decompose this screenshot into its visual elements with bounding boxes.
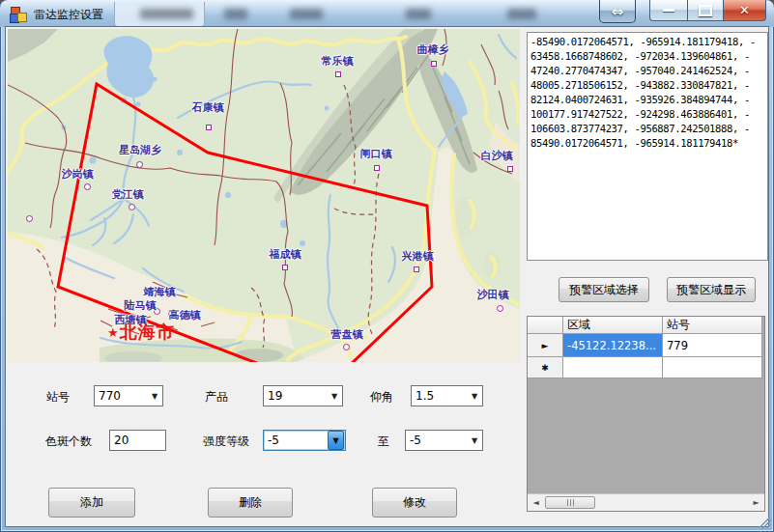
warning-area-grid[interactable]: 区域 站号 ►-45122.12238...779✱ ◄ ► xyxy=(527,316,765,512)
grid-horizontal-scrollbar[interactable]: ◄ ► xyxy=(528,493,764,511)
close-button[interactable]: ✕ xyxy=(723,0,766,21)
station-label: 站号 xyxy=(46,389,70,406)
town-marker-icon xyxy=(374,165,380,171)
swap-window-button[interactable]: ⇔ xyxy=(599,0,636,23)
add-button[interactable]: 添加 xyxy=(48,488,135,518)
resize-grip[interactable] xyxy=(760,518,771,529)
warning-area-display-button[interactable]: 预警区域显示 xyxy=(667,277,756,302)
town-marker-icon xyxy=(136,161,143,168)
map-town-label: 常乐镇 xyxy=(322,54,354,69)
titlebar[interactable]: 雷达监控设置 ⇔ ✕ xyxy=(0,0,774,27)
chevron-down-icon[interactable]: ▼ xyxy=(328,431,344,450)
grid-cell-area[interactable] xyxy=(563,357,663,378)
redacted-text xyxy=(406,9,431,19)
chevron-down-icon[interactable]: ▼ xyxy=(327,386,342,406)
table-row[interactable]: ►-45122.12238...779 xyxy=(528,334,764,357)
map-town-label: 兴港镇 xyxy=(402,249,434,264)
town-marker-icon xyxy=(84,183,91,190)
map-town-label: 营盘镇 xyxy=(331,327,363,342)
redacted-text xyxy=(507,9,536,19)
town-marker-icon xyxy=(507,166,513,172)
coordinates-textbox[interactable]: -85490.0172064571, -965914.181179418, - … xyxy=(527,32,768,261)
redacted-text xyxy=(140,9,193,19)
new-row-indicator-icon[interactable]: ✱ xyxy=(528,357,563,378)
table-row[interactable]: ✱ xyxy=(528,357,764,378)
chevron-down-icon[interactable]: ▼ xyxy=(467,386,482,406)
map-town-label: 石康镇 xyxy=(192,100,224,115)
elevation-combo[interactable]: 1.5▼ xyxy=(411,385,483,406)
spots-input[interactable] xyxy=(109,430,166,451)
map-town-label: 白沙镇 xyxy=(481,149,513,163)
town-marker-icon xyxy=(431,61,437,67)
map-town-label: 沙岗镇 xyxy=(62,167,94,182)
radar-settings-window: 雷达监控设置 ⇔ ✕ xyxy=(0,0,774,532)
station-combo[interactable]: 770▼ xyxy=(94,385,163,406)
town-marker-icon xyxy=(282,265,288,270)
city-star-icon: ★ xyxy=(107,325,119,340)
map-town-label: 福成镇 xyxy=(270,247,301,262)
scroll-left-icon[interactable]: ◄ xyxy=(528,494,544,511)
grid-cell-station[interactable]: 779 xyxy=(663,334,762,357)
town-marker-icon xyxy=(206,125,212,130)
map-town-label: 党江镇 xyxy=(112,187,144,202)
grid-cell-station[interactable] xyxy=(663,357,762,378)
intensity-label: 强度等级 xyxy=(203,434,249,450)
minimize-button[interactable] xyxy=(649,0,687,21)
window-title: 雷达监控设置 xyxy=(34,7,103,23)
map-town-label: 闸口镇 xyxy=(360,147,392,161)
to-combo[interactable]: -5▼ xyxy=(405,430,483,451)
to-label: 至 xyxy=(378,434,389,450)
elevation-label: 仰角 xyxy=(370,389,393,406)
grid-cell-area[interactable]: -45122.12238... xyxy=(563,334,663,357)
warning-area-select-button[interactable]: 预警区域选择 xyxy=(559,277,649,302)
city-label-beihai: ★ 北海市 xyxy=(107,321,175,344)
scroll-right-icon[interactable]: ► xyxy=(748,494,764,511)
intensity-combo[interactable]: -5▼ xyxy=(263,430,346,451)
map-town-label: 曲樟乡 xyxy=(417,42,449,57)
town-marker-icon xyxy=(497,305,503,312)
map-town-label: 靖海镇 xyxy=(144,285,176,299)
delete-button[interactable]: 删除 xyxy=(208,488,293,518)
town-marker-icon xyxy=(129,204,135,210)
town-marker-icon xyxy=(343,344,350,350)
chevron-down-icon[interactable]: ▼ xyxy=(467,431,482,450)
grid-column-header-area[interactable]: 区域 xyxy=(563,317,663,334)
grid-corner-cell[interactable] xyxy=(528,317,563,334)
app-icon xyxy=(10,6,27,22)
town-marker-icon xyxy=(26,215,33,222)
product-combo[interactable]: 19▼ xyxy=(263,385,343,406)
grid-column-header-station[interactable]: 站号 xyxy=(663,317,762,334)
map-image xyxy=(8,29,520,362)
map-town-label: 陆马镇 xyxy=(125,298,157,313)
window-controls: ✕ xyxy=(649,0,766,21)
spots-label: 色斑个数 xyxy=(45,434,92,450)
modify-button[interactable]: 修改 xyxy=(372,488,457,518)
current-row-indicator-icon[interactable]: ► xyxy=(528,334,563,357)
redacted-text xyxy=(224,9,247,19)
redacted-text xyxy=(290,9,323,19)
chevron-down-icon[interactable]: ▼ xyxy=(147,386,162,406)
map-town-label: 沙田镇 xyxy=(477,288,509,302)
map-panel[interactable]: 石康镇常乐镇曲樟乡闸口镇白沙镇星岛湖乡沙岗镇党江镇福成镇兴港镇沙田镇营盘镇靖海镇… xyxy=(8,29,520,362)
product-label: 产品 xyxy=(205,389,228,406)
minimize-icon xyxy=(663,9,674,12)
maximize-button[interactable] xyxy=(687,0,723,21)
town-marker-icon xyxy=(414,266,419,272)
grid-header-row: 区域 站号 xyxy=(528,317,764,334)
map-town-label: 星岛湖乡 xyxy=(119,143,161,157)
maximize-icon xyxy=(699,5,712,16)
scrollbar-thumb[interactable] xyxy=(545,496,595,509)
town-marker-icon xyxy=(335,71,341,77)
